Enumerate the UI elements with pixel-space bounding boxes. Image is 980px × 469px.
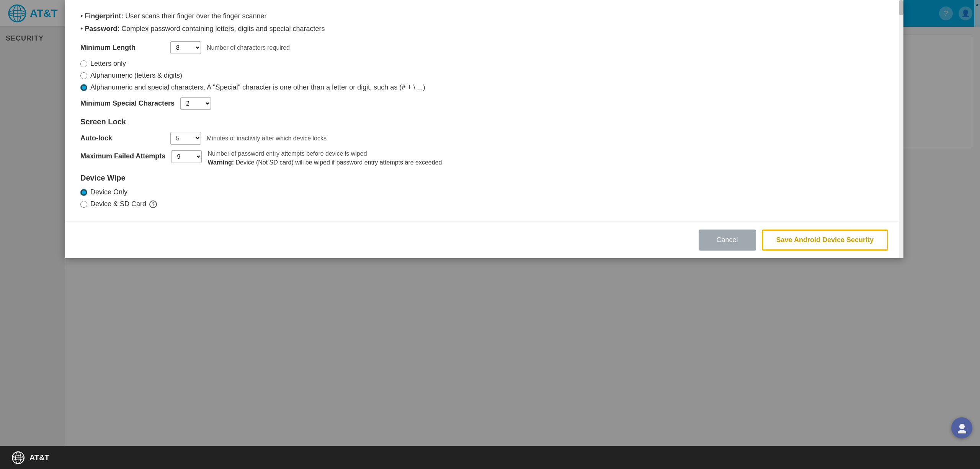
footer-logo-icon — [11, 451, 25, 464]
screen-lock-title: Screen Lock — [80, 117, 888, 126]
radio-letters-only-label: Letters only — [90, 60, 126, 68]
modal-scrollbar[interactable] — [899, 0, 903, 258]
max-failed-hints: Number of password entry attempts before… — [207, 150, 442, 166]
max-failed-select[interactable]: 9 3 4 5 6 7 8 10 — [171, 150, 202, 163]
radio-device-sd[interactable]: Device & SD Card ? — [80, 200, 888, 208]
radio-alphanumeric-special[interactable]: Alphanumeric and special characters. A "… — [80, 83, 888, 91]
bullet-fingerprint: • Fingerprint: User scans their finger o… — [80, 11, 888, 21]
bottom-footer: AT&T — [0, 446, 980, 469]
floating-avatar-button[interactable] — [951, 417, 972, 438]
radio-device-only-label: Device Only — [90, 188, 127, 196]
max-failed-row: Maximum Failed Attempts 9 3 4 5 6 7 8 10… — [80, 150, 888, 166]
max-failed-warning: Warning: Device (Not SD card) will be wi… — [207, 159, 442, 166]
device-wipe-group: Device Only Device & SD Card ? — [80, 188, 888, 208]
modal-dialog: • Fingerprint: User scans their finger o… — [65, 0, 903, 258]
min-length-row: Minimum Length 8 4 5 6 7 9 10 12 16 Numb… — [80, 41, 888, 54]
modal-footer: Cancel Save Android Device Security — [65, 221, 903, 258]
password-type-group: Letters only Alphanumeric (letters & dig… — [80, 60, 888, 91]
modal-scroll-thumb[interactable] — [899, 0, 903, 15]
device-wipe-title: Device Wipe — [80, 174, 888, 182]
min-special-row: Minimum Special Characters 2 1 3 4 5 — [80, 97, 888, 110]
radio-letters-only-input[interactable] — [80, 60, 87, 67]
radio-letters-only[interactable]: Letters only — [80, 60, 888, 68]
radio-alphanumeric[interactable]: Alphanumeric (letters & digits) — [80, 72, 888, 80]
autolock-select[interactable]: 5 1 2 3 4 10 15 30 — [170, 132, 201, 145]
cancel-button[interactable]: Cancel — [699, 230, 756, 251]
autolock-row: Auto-lock 5 1 2 3 4 10 15 30 Minutes of … — [80, 132, 888, 145]
max-failed-hint: Number of password entry attempts before… — [207, 150, 442, 157]
radio-alphanumeric-label: Alphanumeric (letters & digits) — [90, 72, 182, 80]
bullet-list: • Fingerprint: User scans their finger o… — [80, 11, 888, 34]
footer-logo-text: AT&T — [29, 453, 49, 462]
min-length-hint: Number of characters required — [207, 44, 290, 51]
svg-point-11 — [958, 430, 966, 433]
radio-alphanumeric-input[interactable] — [80, 72, 87, 79]
radio-device-only-input[interactable] — [80, 189, 87, 196]
device-sd-help-icon[interactable]: ? — [149, 200, 157, 208]
min-special-select[interactable]: 2 1 3 4 5 — [180, 97, 211, 110]
radio-device-sd-input[interactable] — [80, 201, 87, 208]
radio-device-sd-label: Device & SD Card — [90, 200, 146, 208]
svg-point-10 — [959, 424, 965, 429]
radio-device-only[interactable]: Device Only — [80, 188, 888, 196]
modal-body: • Fingerprint: User scans their finger o… — [65, 0, 903, 221]
radio-alphanumeric-special-input[interactable] — [80, 84, 87, 91]
autolock-label: Auto-lock — [80, 134, 165, 142]
min-special-label: Minimum Special Characters — [80, 99, 175, 107]
bullet-password: • Password: Complex password containing … — [80, 24, 888, 34]
save-android-device-security-button[interactable]: Save Android Device Security — [762, 230, 888, 251]
min-length-label: Minimum Length — [80, 44, 165, 52]
floating-avatar-icon — [957, 423, 967, 433]
radio-alphanumeric-special-label: Alphanumeric and special characters. A "… — [90, 83, 425, 91]
modal-overlay: • Fingerprint: User scans their finger o… — [0, 0, 980, 469]
autolock-hint: Minutes of inactivity after which device… — [207, 135, 327, 142]
min-length-select[interactable]: 8 4 5 6 7 9 10 12 16 — [170, 41, 201, 54]
max-failed-label: Maximum Failed Attempts — [80, 150, 165, 160]
